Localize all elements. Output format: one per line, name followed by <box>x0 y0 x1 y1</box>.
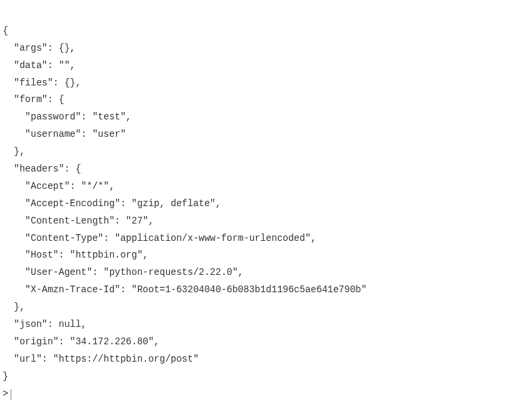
json-line: "json": null, <box>3 319 92 330</box>
json-line: "Accept-Encoding": "gzip, deflate", <box>3 198 227 209</box>
json-line: "Content-Length": "27", <box>3 216 159 226</box>
json-line: "X-Amzn-Trace-Id": "Root=1-63204040-6b08… <box>3 284 367 295</box>
prompt-line[interactable]: > <box>3 386 529 403</box>
json-line: { <box>3 25 8 36</box>
json-line: } <box>3 371 8 382</box>
json-line: "User-Agent": "python-requests/2.22.0", <box>3 267 249 278</box>
json-line: "files": {}, <box>3 77 87 88</box>
json-line: "Host": "httpbin.org", <box>3 250 154 260</box>
json-line: "data": "", <box>3 60 81 71</box>
json-line: "origin": "34.172.226.80", <box>3 336 165 347</box>
json-line: "form": { <box>3 94 64 105</box>
prompt-symbol: > <box>3 386 8 403</box>
cursor-icon <box>11 389 11 400</box>
json-line: }, <box>3 146 31 157</box>
json-line: "url": "https://httpbin.org/post" <box>3 354 199 364</box>
json-output: { "args": {}, "data": "", "files": {}, "… <box>3 5 529 386</box>
json-line: "headers": { <box>3 163 81 174</box>
json-line: "args": {}, <box>3 43 81 53</box>
json-line: "username": "user" <box>3 129 126 139</box>
json-line: "Content-Type": "application/x-www-form-… <box>3 233 322 244</box>
json-line: "password": "test", <box>3 111 137 122</box>
json-line: }, <box>3 302 31 312</box>
json-line: "Accept": "*/*", <box>3 181 120 191</box>
